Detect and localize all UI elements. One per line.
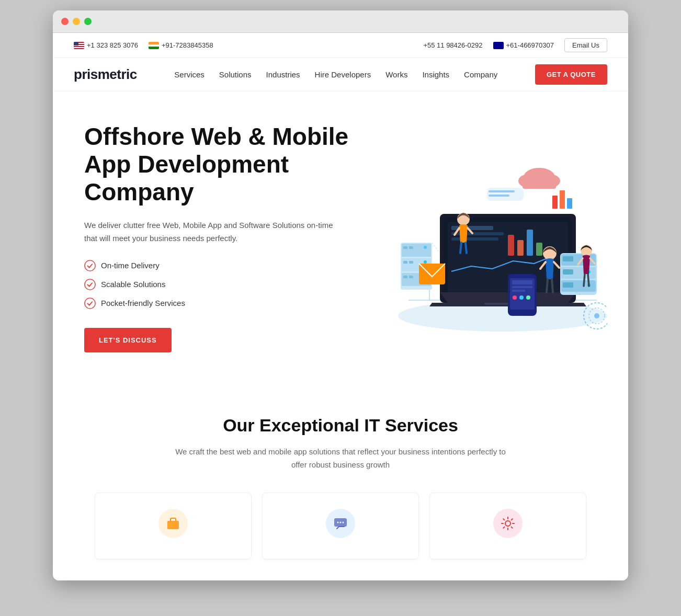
hero-title: Offshore Web & Mobile App Development Co… [84,123,356,206]
nav-item-hire-developers[interactable]: Hire Developers [315,70,371,79]
svg-rect-19 [409,261,413,264]
svg-line-59 [466,243,467,253]
svg-rect-75 [552,196,558,209]
svg-rect-30 [451,232,504,235]
phone-br: +55 11 98426-0292 [423,41,482,49]
svg-point-2 [85,298,95,309]
nav-item-solutions[interactable]: Solutions [219,70,252,79]
svg-rect-51 [512,290,525,292]
svg-point-91 [505,521,510,526]
phone-au: +61-466970307 [493,41,554,49]
svg-rect-82 [489,190,515,192]
svg-rect-32 [508,235,514,256]
svg-rect-33 [517,240,524,256]
feature-item-1: On-time Delivery [84,260,356,271]
svg-point-24 [424,260,427,264]
navbar: prismetric Services Solutions Industries… [53,58,628,92]
phone-us: +1 323 825 3076 [74,41,138,49]
settings-icon [500,516,516,531]
briefcase-icon [165,516,181,531]
service-card-1 [95,493,252,560]
flag-us-icon [74,42,84,49]
check-icon-1 [84,260,96,271]
hero-section: Offshore Web & Mobile App Development Co… [53,92,628,384]
svg-point-52 [513,295,517,300]
svg-line-68 [584,274,585,286]
flag-au-icon [493,42,504,49]
service-icon-2 [326,509,355,538]
svg-rect-14 [402,244,431,257]
svg-rect-49 [512,280,532,284]
svg-rect-18 [403,261,407,264]
svg-line-64 [552,279,553,292]
svg-line-69 [588,274,589,286]
svg-rect-31 [451,237,498,241]
feature-item-3: Pocket-friendly Services [84,298,356,309]
get-quote-button[interactable]: GET A QUOTE [535,64,607,85]
svg-rect-73 [523,181,556,189]
svg-rect-81 [487,188,524,201]
services-title: Our Exceptional IT Services [74,415,607,436]
chat-icon [333,516,348,531]
service-card-3 [429,493,586,560]
hero-illustration [356,138,607,337]
svg-point-88 [337,521,339,523]
svg-point-0 [85,260,95,271]
svg-rect-34 [527,230,533,256]
svg-point-1 [85,279,95,290]
svg-rect-39 [563,256,573,261]
hero-svg [356,138,607,337]
service-card-2 [262,493,419,560]
email-us-button[interactable]: Email Us [564,38,607,52]
svg-rect-74 [419,264,445,284]
svg-point-53 [519,295,524,300]
maximize-button[interactable] [84,18,92,25]
svg-point-80 [594,313,599,318]
top-contact-bar: +1 323 825 3076 +91-7283845358 +55 11 98… [53,33,628,58]
svg-point-89 [340,521,342,523]
svg-line-58 [460,243,461,253]
svg-point-23 [424,246,427,249]
svg-line-84 [432,243,440,253]
svg-rect-77 [567,198,572,209]
svg-rect-16 [409,246,413,249]
svg-rect-41 [563,269,573,275]
svg-rect-50 [512,286,532,288]
services-cards [74,493,607,560]
service-icon-3 [493,509,523,538]
flag-in-icon [149,42,159,49]
minimize-button[interactable] [73,18,80,25]
hero-subtitle: We deliver clutter free Web, Mobile App … [84,219,335,245]
check-icon-2 [84,279,96,290]
close-button[interactable] [61,18,69,25]
svg-rect-15 [403,246,407,249]
hero-content: Offshore Web & Mobile App Development Co… [84,123,356,352]
nav-item-company[interactable]: Company [464,70,497,79]
svg-rect-43 [563,282,573,288]
phone-in: +91-7283845358 [149,41,213,49]
svg-rect-21 [403,276,407,278]
check-icon-3 [84,298,96,309]
browser-chrome [53,10,628,33]
svg-rect-76 [560,190,565,209]
browser-window: +1 323 825 3076 +91-7283845358 +55 11 98… [53,10,628,580]
top-bar-right: +55 11 98426-0292 +61-466970307 Email Us [423,38,607,52]
feature-item-2: Scalable Solutions [84,279,356,290]
nav-links: Services Solutions Industries Hire Devel… [174,70,497,79]
feature-list: On-time Delivery Scalable Solutions Pock… [84,260,356,309]
nav-item-services[interactable]: Services [174,70,205,79]
top-bar-left: +1 323 825 3076 +91-7283845358 [74,41,213,49]
svg-rect-86 [167,521,179,529]
nav-item-insights[interactable]: Insights [422,70,449,79]
svg-point-54 [526,295,530,300]
nav-item-works[interactable]: Works [385,70,407,79]
nav-item-industries[interactable]: Industries [266,70,300,79]
svg-line-63 [547,279,548,292]
logo[interactable]: prismetric [74,66,137,83]
svg-rect-35 [536,243,542,256]
service-icon-1 [158,509,188,538]
services-subtitle: We craft the best web and mobile app sol… [173,445,508,472]
svg-rect-22 [409,276,413,278]
services-section: Our Exceptional IT Services We craft the… [53,384,628,580]
lets-discuss-button[interactable]: LET'S DISCUSS [84,328,172,352]
